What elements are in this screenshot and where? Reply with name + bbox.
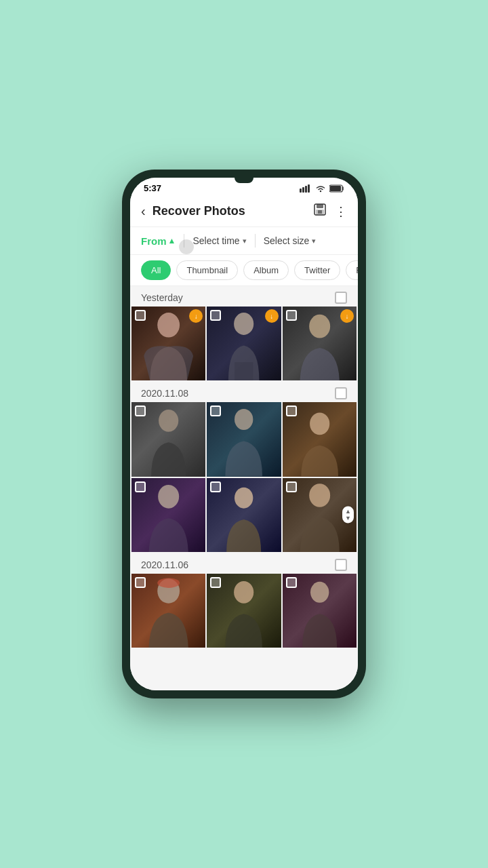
photo-checkbox[interactable] [286, 406, 297, 416]
svg-point-17 [158, 485, 179, 509]
section-20201108: 2020.11.08 [130, 382, 358, 402]
header-actions: ⋮ [313, 203, 347, 220]
photo-checkbox[interactable] [210, 310, 221, 321]
photo-item[interactable] [131, 478, 205, 552]
svg-point-10 [157, 313, 180, 337]
svg-rect-12 [235, 362, 253, 380]
photo-item[interactable] [207, 478, 281, 552]
photo-checkbox[interactable] [135, 481, 146, 492]
tab-all[interactable]: All [141, 260, 171, 280]
cursor [179, 239, 194, 254]
photo-item[interactable]: ▲ ▼ [283, 478, 357, 552]
more-button[interactable]: ⋮ [335, 204, 347, 219]
svg-rect-3 [308, 184, 310, 193]
badge-icon: ↓ [346, 313, 349, 320]
svg-rect-1 [302, 187, 304, 193]
tab-album[interactable]: Album [243, 260, 289, 280]
phone-shell: 5:37 [122, 170, 366, 698]
photo-item[interactable]: ↓ [131, 307, 205, 380]
svg-point-14 [159, 410, 178, 432]
photo-checkbox[interactable] [286, 577, 297, 588]
select-size-chevron-icon: ▾ [312, 237, 316, 245]
scroll-control[interactable]: ▲ ▼ [342, 507, 354, 524]
from-chevron-icon: ▲ [168, 236, 176, 245]
filter-divider-2 [255, 234, 256, 248]
photo-item[interactable] [283, 574, 357, 648]
photo-checkbox[interactable] [210, 481, 221, 492]
wifi-icon [315, 184, 326, 193]
svg-rect-7 [317, 204, 323, 208]
svg-rect-2 [305, 186, 307, 193]
section-20201106: 2020.11.06 [130, 553, 358, 574]
svg-point-19 [309, 484, 330, 507]
photo-checkbox[interactable] [210, 577, 221, 588]
svg-point-15 [235, 409, 253, 430]
time: 5:37 [144, 183, 161, 193]
tab-thumbnail[interactable]: Thumbnail [176, 260, 238, 280]
svg-point-18 [235, 487, 253, 508]
filter-divider [184, 234, 184, 248]
section-date-20201108: 2020.11.08 [141, 388, 188, 399]
photo-grid-yesterday: ↓ ↓ [130, 307, 358, 382]
photo-checkbox[interactable] [286, 481, 297, 492]
back-button[interactable]: ‹ [141, 203, 146, 219]
badge-icon: ↓ [270, 313, 273, 320]
section-checkbox-yesterday[interactable] [335, 292, 347, 304]
section-date-20201106: 2020.11.06 [141, 559, 188, 570]
svg-point-11 [234, 313, 253, 335]
from-label: From [141, 235, 167, 247]
select-time-filter[interactable]: Select time ▾ [192, 235, 246, 246]
photo-item[interactable]: ↓ [207, 307, 281, 380]
tab-facebook[interactable]: Facebook [346, 260, 358, 280]
svg-rect-0 [300, 189, 302, 193]
photo-badge: ↓ [265, 309, 279, 323]
tabs-bar: All Thumbnail Album Twitter Facebook [130, 255, 358, 286]
select-time-chevron-icon: ▾ [243, 237, 247, 245]
badge-icon: ↓ [195, 313, 198, 320]
photo-content: Yesterday ↓ [130, 286, 358, 690]
section-checkbox-20201106[interactable] [335, 559, 347, 571]
app-header: ‹ Recover Photos ⋮ [130, 196, 358, 227]
photo-item[interactable]: ↓ [283, 307, 357, 380]
svg-rect-9 [318, 210, 322, 214]
section-checkbox-20201108[interactable] [335, 387, 347, 399]
photo-item[interactable] [131, 402, 205, 476]
tab-twitter[interactable]: Twitter [294, 260, 340, 280]
svg-point-23 [310, 582, 329, 603]
photo-checkbox[interactable] [210, 406, 221, 416]
photo-item[interactable] [207, 402, 281, 476]
photo-item[interactable] [283, 402, 357, 476]
svg-point-16 [310, 413, 329, 435]
photo-checkbox[interactable] [286, 310, 297, 321]
section-date-yesterday: Yesterday [141, 292, 183, 303]
photo-grid-20201108: ▲ ▼ [130, 402, 358, 553]
photo-checkbox[interactable] [135, 310, 146, 321]
battery-icon [329, 184, 344, 193]
select-size-label: Select size [264, 235, 310, 246]
photo-checkbox[interactable] [135, 406, 146, 416]
filter-bar: From ▲ Select time ▾ Select size ▾ [130, 227, 358, 255]
save-button[interactable] [313, 203, 327, 220]
page-title: Recover Photos [152, 204, 313, 218]
svg-point-22 [234, 581, 253, 604]
svg-rect-5 [330, 186, 341, 191]
save-icon [313, 203, 327, 216]
photo-item[interactable] [207, 574, 281, 648]
section-yesterday: Yesterday [130, 286, 358, 307]
photo-grid-20201106 [130, 574, 358, 649]
notch [235, 178, 253, 183]
photo-item[interactable] [131, 574, 205, 648]
select-time-label: Select time [192, 235, 239, 246]
from-filter[interactable]: From ▲ [141, 235, 176, 247]
select-size-filter[interactable]: Select size ▾ [264, 235, 317, 246]
svg-point-13 [309, 315, 330, 338]
status-icons [300, 184, 344, 193]
svg-point-21 [157, 578, 180, 588]
phone-screen: 5:37 [130, 178, 358, 690]
photo-checkbox[interactable] [135, 577, 146, 588]
signal-icon [300, 184, 312, 193]
photo-badge: ↓ [340, 309, 354, 323]
